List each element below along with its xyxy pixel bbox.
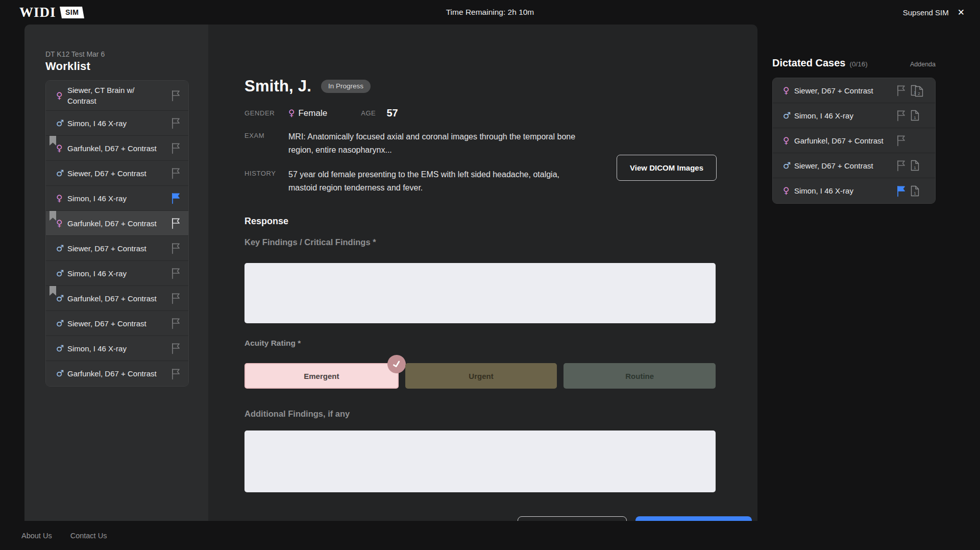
worklist-item-label: Simon, I 46 X-ray	[67, 118, 168, 129]
suspend-sim-button[interactable]: Supsend SIM ✕	[903, 8, 965, 17]
male-icon: ♂	[56, 319, 67, 328]
dictated-cases-card: ♀ Siewer, D67 + Contrast 1 2 ♂ Simon, I …	[772, 78, 936, 204]
male-icon: ♂	[783, 111, 794, 120]
footer-link[interactable]: Contact Us	[70, 532, 107, 540]
flag-icon[interactable]	[894, 84, 908, 98]
exam-text: MRI: Anatomically focused axial and coro…	[288, 130, 584, 157]
worklist-item[interactable]: ♀ Garfunkel, D67 + Contrast	[46, 211, 188, 236]
worklist-title: Worklist	[45, 60, 189, 73]
logo-sim-badge: SIM	[59, 7, 84, 18]
acuity-emergent-button[interactable]: Emergent	[244, 363, 399, 389]
flag-icon[interactable]	[168, 217, 182, 230]
flag-icon-flagged[interactable]	[894, 184, 908, 198]
worklist-item-label: Siewer, D67 + Contrast	[67, 243, 168, 254]
age-label: AGE	[361, 109, 376, 117]
worklist-item[interactable]: ♂ Garfunkel, D67 + Contrast	[46, 361, 188, 386]
history-label: HISTORY	[244, 168, 288, 195]
female-icon: ♀	[783, 86, 794, 95]
bookmark-icon	[50, 286, 56, 296]
dictated-case-label: Simon, I 46 X-ray	[794, 110, 894, 121]
female-icon: ♀	[56, 194, 67, 203]
flag-icon[interactable]	[168, 242, 182, 255]
worklist-item-label: Siewer, D67 + Contrast	[67, 318, 168, 329]
close-icon[interactable]: ✕	[958, 8, 965, 17]
flag-icon[interactable]	[168, 166, 182, 180]
topbar: WIDI SIM Time Remaining: 2h 10m Supsend …	[0, 0, 980, 25]
flag-icon[interactable]	[168, 367, 182, 380]
worklist-item[interactable]: ♀ Simon, I 46 X-ray	[46, 186, 188, 211]
worklist-item[interactable]: ♀ Siewer, CT Brain w/ Contrast	[46, 81, 188, 111]
dictated-case-item[interactable]: ♀ Siewer, D67 + Contrast 1 2	[773, 78, 935, 103]
male-icon: ♂	[56, 344, 67, 353]
worklist-subtitle: DT K12 Test Mar 6	[45, 50, 189, 58]
worklist-item-label: Garfunkel, D67 + Contrast	[67, 218, 168, 229]
female-icon: ♀	[288, 109, 295, 117]
worklist-item[interactable]: ♂ Siewer, D67 + Contrast	[46, 236, 188, 261]
report-page-icon[interactable]: 1	[911, 110, 919, 121]
flag-icon-flagged[interactable]	[168, 192, 182, 205]
flag-icon[interactable]	[894, 134, 908, 148]
flag-icon[interactable]	[168, 89, 182, 103]
age-value: 57	[386, 107, 398, 119]
svg-text:2: 2	[918, 91, 920, 96]
additional-findings-label: Additional Findings, if any	[244, 409, 757, 419]
flag-icon[interactable]	[168, 292, 182, 305]
flag-icon[interactable]	[168, 116, 182, 130]
case-panel: Smith, J. In Progress GENDER ♀ Female AG…	[208, 25, 757, 521]
time-remaining: Time Remaining: 2h 10m	[446, 8, 534, 17]
flag-icon[interactable]	[894, 159, 908, 173]
bookmark-icon	[50, 136, 56, 146]
dictated-case-item[interactable]: ♀ Garfunkel, D67 + Contrast	[773, 128, 935, 153]
female-icon: ♀	[56, 91, 67, 100]
report-page-icon[interactable]: 1	[911, 185, 919, 197]
gender-label: GENDER	[244, 109, 288, 117]
male-icon: ♂	[56, 169, 67, 178]
key-findings-input[interactable]	[244, 263, 716, 323]
flag-icon[interactable]	[168, 141, 182, 155]
worklist-card: ♀ Siewer, CT Brain w/ Contrast ♂ Simon, …	[45, 80, 189, 387]
worklist-item-label: Simon, I 46 X-ray	[67, 343, 168, 354]
worklist-item[interactable]: ♂ Garfunkel, D67 + Contrast	[46, 286, 188, 311]
gender-value: Female	[298, 108, 327, 118]
save-response-button[interactable]: Save Response	[518, 516, 627, 521]
dictated-case-label: Simon, I 46 X-ray	[794, 185, 894, 196]
male-icon: ♂	[56, 269, 67, 278]
footer-link[interactable]: About Us	[21, 532, 52, 540]
worklist-item[interactable]: ♂ Siewer, D67 + Contrast	[46, 161, 188, 186]
report-page-icon[interactable]: 1	[911, 160, 919, 171]
bookmark-icon	[50, 211, 56, 221]
svg-text:1: 1	[914, 191, 916, 196]
worklist-item[interactable]: ♂ Simon, I 46 X-ray	[46, 261, 188, 286]
dictated-case-item[interactable]: ♂ Siewer, D67 + Contrast 1	[773, 153, 935, 178]
acuity-urgent-button[interactable]: Urgent	[405, 363, 557, 389]
submit-button[interactable]: Submit / Anticipate	[635, 516, 752, 521]
worklist-item[interactable]: ♂ Siewer, D67 + Contrast	[46, 311, 188, 336]
flag-icon[interactable]	[894, 109, 908, 123]
worklist-item[interactable]: ♂ Simon, I 46 X-ray	[46, 111, 188, 136]
female-icon: ♀	[783, 186, 794, 195]
dictated-cases-count: (0/16)	[849, 60, 867, 68]
report-page-icon[interactable]: 2	[915, 86, 923, 97]
view-dicom-button[interactable]: View DICOM Images	[617, 155, 717, 181]
dictated-cases-title: Dictated Cases	[772, 57, 845, 69]
additional-findings-input[interactable]	[244, 431, 716, 492]
worklist-item[interactable]: ♀ Garfunkel, D67 + Contrast	[46, 136, 188, 161]
dictated-case-item[interactable]: ♂ Simon, I 46 X-ray 1	[773, 103, 935, 128]
flag-icon[interactable]	[168, 267, 182, 280]
report-pages: 1	[911, 160, 929, 171]
response-title: Response	[244, 216, 757, 227]
worklist-item-label: Siewer, CT Brain w/ Contrast	[67, 85, 168, 106]
dictated-case-item[interactable]: ♀ Simon, I 46 X-ray 1	[773, 178, 935, 203]
app-logo: WIDI SIM	[19, 6, 83, 19]
flag-icon[interactable]	[168, 317, 182, 330]
flag-icon[interactable]	[168, 342, 182, 355]
worklist-item[interactable]: ♂ Simon, I 46 X-ray	[46, 336, 188, 361]
acuity-routine-button[interactable]: Routine	[564, 363, 716, 389]
male-icon: ♂	[56, 244, 67, 253]
male-icon: ♂	[56, 294, 67, 303]
acuity-options: Emergent Urgent Routine	[244, 363, 716, 389]
patient-name: Smith, J.	[244, 77, 311, 95]
svg-text:1: 1	[914, 165, 916, 170]
worklist-sidebar: DT K12 Test Mar 6 Worklist ♀ Siewer, CT …	[24, 25, 208, 521]
history-text: 57 year old female presenting to the EMS…	[288, 168, 584, 195]
